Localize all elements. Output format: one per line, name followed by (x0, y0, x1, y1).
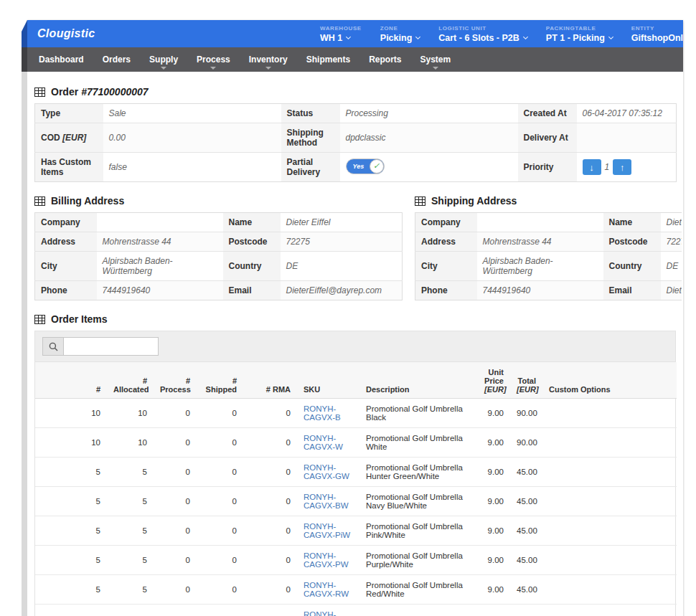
nav-item-reports[interactable]: Reports (359, 47, 410, 72)
custom-options-cell (542, 428, 677, 458)
shipping-city-label: City (415, 252, 477, 281)
custom-options-cell (542, 575, 677, 605)
nav-item-dashboard[interactable]: Dashboard (29, 47, 93, 72)
zone-selector[interactable]: ZONE Picking (380, 25, 420, 43)
shipped-cell: 0 (197, 575, 243, 605)
chevron-down-icon (346, 34, 351, 39)
priority-decrease-button[interactable]: ↓ (583, 159, 601, 175)
caret-down-icon (161, 67, 166, 70)
allocated-cell: 5 (107, 487, 154, 516)
items-header-blank (35, 362, 71, 399)
shipping-company-value (477, 213, 603, 232)
shipped-cell: 0 (197, 458, 243, 487)
billing-address-value: Mohrenstrasse 44 (97, 232, 223, 252)
billing-email-label: Email (223, 281, 281, 300)
total-cell: 45.00 (510, 575, 542, 605)
sku-link[interactable]: RONYH-CAGVX-PiW (304, 522, 350, 539)
shipping-address-title: Shipping Address (415, 195, 682, 207)
order-priority-label: Priority (518, 153, 577, 182)
billing-city-value: Alpirsbach Baden-Württemberg (97, 252, 223, 281)
total-cell: 45.00 (510, 516, 542, 546)
unit-price-cell: 9.00 (478, 575, 510, 605)
items-header-sku: SKU (297, 362, 359, 399)
sku-link[interactable]: RONYH-CAGVX-BW (304, 493, 349, 510)
nav-item-supply[interactable]: Supply (140, 47, 187, 72)
sku-link[interactable]: RONYH-CAGVX-PW (304, 551, 349, 569)
items-search-input[interactable] (64, 337, 159, 356)
table-row: 5 5 0 0 0 RONYH-CAGVX-RW Promotional Gol… (35, 575, 677, 605)
warehouse-selector[interactable]: WAREHOUSE WH 1 (320, 25, 362, 43)
zone-selector-value: Picking (380, 33, 412, 43)
sku-link[interactable]: RONYH-CAGVX-RW (304, 581, 349, 598)
entity-selector[interactable]: ENTITY GiftshopOnl (631, 25, 683, 43)
order-delivery-at-value (577, 123, 677, 153)
nav-item-process[interactable]: Process (187, 47, 240, 72)
order-created-at-label: Created At (518, 104, 577, 123)
qty-cell: 5 (71, 458, 107, 487)
process-cell: 0 (154, 546, 197, 575)
description-cell: Promotional Golf Umbrella Navy Blue/Whit… (359, 487, 478, 516)
shipping-phone-label: Phone (415, 281, 477, 300)
items-header-process: # Process (154, 362, 197, 399)
sku-link[interactable]: RONYH-CAGVX-B (304, 404, 341, 422)
packingtable-selector-value: PT 1 - Picking (546, 33, 605, 43)
items-header-allocated: # Allocated (107, 362, 154, 399)
packingtable-selector[interactable]: PACKINGTABLE PT 1 - Picking (546, 25, 613, 43)
items-header-qty: # (71, 362, 107, 399)
qty-cell: 5 (71, 546, 107, 575)
allocated-cell: 5 (107, 546, 154, 575)
shipping-city-value: Alpirsbach Baden-Württemberg (477, 252, 603, 281)
nav-item-system[interactable]: System (410, 47, 460, 72)
shipping-country-value: DE (661, 252, 682, 281)
shipping-email-value: DieterEiffel@dayrep.com (661, 281, 682, 300)
unit-price-cell: 9.00 (478, 428, 510, 458)
zone-selector-label: ZONE (380, 25, 420, 32)
fold-blue (22, 20, 27, 47)
sku-link[interactable]: RONYH-CAGVX-W (304, 434, 343, 451)
logistic-unit-selector[interactable]: LOGISTIC UNIT Cart - 6 Slots - P2B (438, 25, 527, 43)
process-cell: 0 (154, 575, 197, 605)
nav-item-orders[interactable]: Orders (93, 47, 140, 72)
order-title-prefix: Order (51, 86, 78, 98)
fold-light (22, 72, 27, 616)
arrow-up-icon: ↑ (620, 163, 625, 172)
shipping-name-value: Dieter Eiffel (661, 213, 682, 232)
description-cell: Promotional Golf Umbrella Royal Blue/Whi… (359, 605, 478, 616)
priority-increase-button[interactable]: ↑ (613, 159, 631, 175)
table-row: 5 5 0 0 0 RONYH-CAGVX-RBW Promotional Go… (35, 605, 677, 616)
allocated-cell: 10 (107, 399, 154, 428)
billing-company-value (97, 213, 223, 232)
order-section-title: Order #77100000007 (34, 86, 676, 98)
order-partial-delivery-cell: Yes ✓ (340, 153, 518, 182)
partial-delivery-toggle[interactable]: Yes ✓ (346, 158, 385, 174)
nav-item-shipments[interactable]: Shipments (297, 47, 359, 72)
process-cell: 0 (154, 605, 197, 616)
sku-link[interactable]: RONYH-CAGVX-GW (304, 463, 349, 480)
billing-postcode-label: Postcode (223, 232, 281, 252)
shipping-phone-value: 7444919640 (477, 281, 603, 300)
unit-price-cell: 9.00 (478, 605, 510, 616)
order-type-label: Type (35, 104, 103, 123)
shipping-address-label: Address (415, 232, 477, 252)
rma-cell: 0 (243, 516, 297, 546)
fold-gray (22, 47, 27, 72)
billing-address-title: Billing Address (34, 195, 402, 207)
main-card: Clougistic WAREHOUSE WH 1 ZONE Picking L… (27, 20, 683, 616)
brand-logo: Clougistic (37, 27, 95, 40)
sku-link[interactable]: RONYH-CAGVX-RBW (304, 610, 336, 616)
description-cell: Promotional Golf Umbrella Pink/White (359, 516, 478, 546)
billing-postcode-value: 72275 (281, 232, 403, 252)
nav-item-inventory[interactable]: Inventory (240, 47, 297, 72)
total-cell: 45.00 (510, 458, 542, 487)
process-cell: 0 (154, 428, 197, 458)
table-icon (34, 87, 45, 97)
billing-country-label: Country (223, 252, 281, 281)
rma-cell: 0 (243, 546, 297, 575)
billing-city-label: City (35, 252, 97, 281)
sku-cell: RONYH-CAGVX-B (297, 399, 359, 428)
total-cell: 45.00 (510, 546, 542, 575)
shipping-postcode-label: Postcode (603, 232, 661, 252)
table-row: 5 5 0 0 0 RONYH-CAGVX-BW Promotional Gol… (35, 487, 677, 516)
order-shipping-method-label: Shipping Method (281, 123, 340, 153)
order-cod-label: COD [EUR] (35, 123, 103, 153)
